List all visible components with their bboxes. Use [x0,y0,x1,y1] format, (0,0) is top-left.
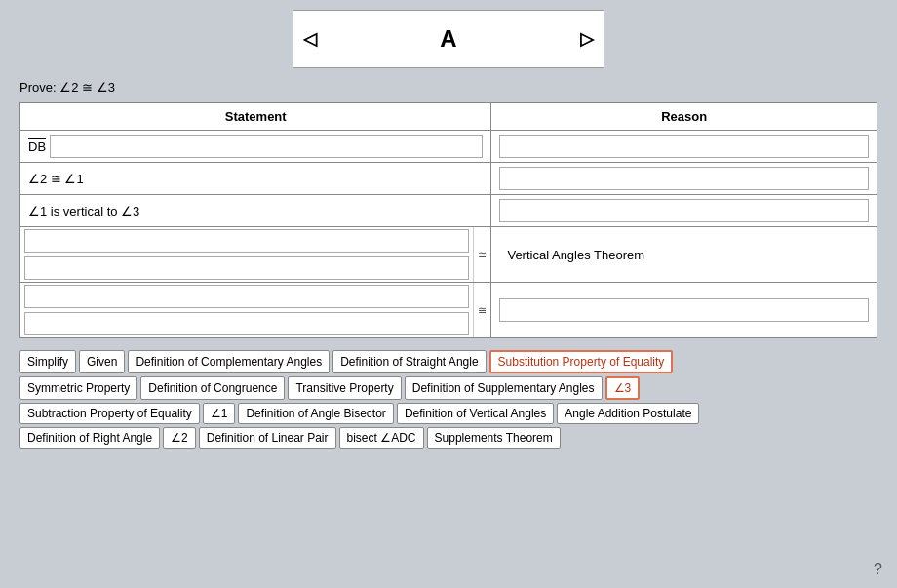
statement-cell-5: ≅ [20,283,491,338]
tag-angle1[interactable]: ∠1 [203,403,236,424]
reason-cell-3 [491,195,878,227]
tag-bisect-adc[interactable]: bisect ∠ADC [339,427,424,449]
statement-cell-2: ∠2 ≅ ∠1 [20,163,491,195]
statement-input-5b[interactable] [24,312,469,335]
tags-area: Simplify Given Definition of Complementa… [20,350,878,449]
statement-cell-3: ∠1 is vertical to ∠3 [20,195,491,227]
diagram-label: A [440,25,456,53]
tag-angle3[interactable]: ∠3 [605,376,641,400]
tag-simplify[interactable]: Simplify [20,350,76,373]
reason-cell-4: Vertical Angles Theorem [491,227,878,283]
tag-transitive-property[interactable]: Transitive Property [288,376,401,400]
diagram-box: ◁ A ▷ [292,10,604,68]
statement-input-1[interactable] [50,135,483,158]
tags-row-1: Simplify Given Definition of Complementa… [20,350,878,373]
reason-input-2[interactable] [499,167,869,190]
statement-text-3: ∠1 is vertical to ∠3 [28,202,139,220]
reason-cell-5 [491,283,878,338]
statement-cell-1: DB [20,131,491,163]
left-arrow-icon: ◁ [303,28,317,50]
statement-header: Statement [20,103,491,131]
tag-def-complementary[interactable]: Definition of Complementary Angles [128,350,330,373]
reason-input-5[interactable] [499,298,869,322]
statement-cell-4: ≅ [20,227,491,283]
table-row: ∠2 ≅ ∠1 [20,163,878,195]
table-row: DB [20,131,878,163]
statement-text-2: ∠2 ≅ ∠1 [28,170,84,188]
tag-substitution-property[interactable]: Substitution Property of Equality [489,350,674,373]
reason-input-3[interactable] [499,199,869,222]
reason-cell-1 [491,131,878,163]
tag-symmetric-property[interactable]: Symmetric Property [20,376,137,400]
tag-subtraction-property[interactable]: Subtraction Property of Equality [20,403,200,424]
tag-def-straight-angle[interactable]: Definition of Straight Angle [332,350,486,373]
tag-given[interactable]: Given [79,350,125,373]
tag-def-vertical-angles[interactable]: Definition of Vertical Angles [397,403,554,424]
statement-input-4b[interactable] [24,256,469,280]
table-row: ≅ Vertical Angles Theorem [20,227,878,283]
reason-text-4: Vertical Angles Theorem [499,244,652,266]
reason-cell-2 [491,163,878,195]
tag-angle2[interactable]: ∠2 [163,427,196,449]
prove-statement: Prove: ∠2 ≅ ∠3 [20,76,878,102]
tag-supplements-theorem[interactable]: Supplements Theorem [427,427,561,449]
table-row: ≅ [20,283,878,338]
tag-def-supplementary[interactable]: Definition of Supplementary Angles [405,376,603,400]
db-label: DB [28,139,46,154]
right-arrow-icon: ▷ [580,28,594,50]
help-button[interactable]: ? [874,561,882,578]
statement-input-5a[interactable] [24,285,469,308]
diagram-area: ◁ A ▷ [20,10,878,68]
tag-def-congruence[interactable]: Definition of Congruence [140,376,285,400]
tags-row-3: Subtraction Property of Equality ∠1 Defi… [20,403,878,424]
tag-angle-addition-postulate[interactable]: Angle Addition Postulate [557,403,699,424]
tag-def-right-angle[interactable]: Definition of Right Angle [20,427,160,449]
tags-row-4: Definition of Right Angle ∠2 Definition … [20,427,878,449]
reason-header: Reason [491,103,878,131]
reason-input-1[interactable] [499,135,869,158]
table-row: ∠1 is vertical to ∠3 [20,195,878,227]
tag-def-linear-pair[interactable]: Definition of Linear Pair [199,427,336,449]
tags-row-2: Symmetric Property Definition of Congrue… [20,376,878,400]
statement-input-4a[interactable] [24,229,469,253]
tag-def-angle-bisector[interactable]: Definition of Angle Bisector [238,403,393,424]
proof-table: Statement Reason DB ∠2 ≅ ∠1 [20,102,878,338]
